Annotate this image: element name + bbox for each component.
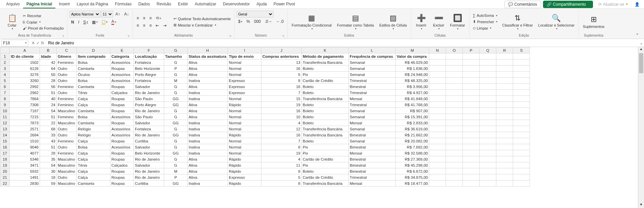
col-header-D[interactable]: D	[77, 47, 110, 53]
cell[interactable]: Transferência Bancária	[302, 126, 349, 132]
cell[interactable]: G	[164, 156, 188, 162]
menu-power-pivot[interactable]: Power Pivot	[270, 0, 298, 8]
col-header-J[interactable]: J	[261, 47, 302, 53]
cell[interactable]: 68	[40, 126, 57, 132]
cell[interactable]: Calça	[77, 102, 110, 108]
cell[interactable]: M	[164, 78, 188, 84]
cell[interactable]	[480, 53, 496, 59]
cell[interactable]: Gênero	[57, 53, 77, 59]
clear-button[interactable]: ◇ Limpar ▾	[472, 25, 499, 31]
cell[interactable]: Mensal	[349, 180, 396, 186]
cell[interactable]	[429, 72, 446, 78]
cell[interactable]	[496, 180, 513, 186]
format-painter-button[interactable]: 🖌 Pincel de Formatação	[21, 26, 65, 31]
cell[interactable]: Normal	[228, 96, 261, 102]
cell[interactable]	[429, 138, 446, 144]
cell[interactable]: Calçados	[110, 90, 134, 96]
cell[interactable]	[496, 102, 513, 108]
menu-arquivo[interactable]: Arquivo	[3, 0, 23, 8]
menu-página-inicial[interactable]: Página Inicial	[23, 0, 56, 8]
col-header-G[interactable]: G	[164, 47, 188, 53]
cell[interactable]: 5	[261, 72, 302, 78]
cell[interactable]	[429, 144, 446, 150]
cell[interactable]: 16	[261, 108, 302, 114]
cell[interactable]	[480, 84, 496, 90]
row-header[interactable]: 12	[0, 120, 10, 126]
currency-icon[interactable]: $▾	[237, 18, 244, 25]
cell[interactable]: Inativa	[188, 150, 228, 156]
cell[interactable]	[480, 174, 496, 180]
cell[interactable]: 2830	[10, 180, 40, 186]
cell[interactable]	[446, 72, 463, 78]
cell[interactable]: Salvador	[134, 84, 164, 90]
cell[interactable]	[463, 180, 480, 186]
cell[interactable]: Calça	[77, 150, 110, 156]
col-header-O[interactable]: O	[446, 47, 463, 53]
cell[interactable]: 8	[261, 180, 302, 186]
col-header-I[interactable]: I	[228, 47, 261, 53]
cell[interactable]: Masculino	[57, 162, 77, 168]
cell[interactable]	[446, 156, 463, 162]
row-header[interactable]: 15	[0, 138, 10, 144]
cell[interactable]: Porto Alegre	[134, 102, 164, 108]
cell[interactable]: Rápido	[228, 132, 261, 138]
cell[interactable]: Tamanho	[164, 53, 188, 59]
cell[interactable]: Normal	[228, 108, 261, 114]
cell[interactable]: R$ 907,00	[396, 108, 429, 114]
cell[interactable]: Masculino	[57, 180, 77, 186]
cell[interactable]	[429, 90, 446, 96]
cell[interactable]	[446, 144, 463, 150]
cell[interactable]: Trimestral	[349, 102, 396, 108]
cell[interactable]: GG	[164, 180, 188, 186]
decrease-font-icon[interactable]: A↓	[122, 11, 131, 17]
menu-automatizar[interactable]: Automatizar	[191, 0, 219, 8]
cell[interactable]: 4	[261, 120, 302, 126]
cell[interactable]	[429, 156, 446, 162]
cut-button[interactable]: ✂ Recortar	[21, 13, 65, 19]
cell[interactable]: Outro	[57, 126, 77, 132]
cell[interactable]: G	[164, 108, 188, 114]
scroll-down-icon[interactable]: ▼	[638, 203, 644, 208]
cell[interactable]: Pix	[302, 150, 349, 156]
menu-exibir[interactable]: Exibir	[175, 0, 191, 8]
menu-desenvolvedor[interactable]: Desenvolvedor	[219, 0, 253, 8]
fill-color-button[interactable]: ⬚▾	[100, 18, 109, 26]
cell[interactable]: Rápido	[228, 180, 261, 186]
find-select-button[interactable]: 🔍Localizar e Selecionar▾	[536, 12, 577, 32]
share-button[interactable]: 🔗 Compartilhamento ▾	[543, 1, 593, 8]
cell[interactable]: Normal	[228, 59, 261, 66]
cell[interactable]: Normal	[228, 144, 261, 150]
percent-icon[interactable]: %	[245, 18, 252, 25]
accept-formula-icon[interactable]: ✓	[36, 41, 40, 45]
cell[interactable]	[446, 84, 463, 90]
cell[interactable]: 35	[40, 156, 57, 162]
cell[interactable]: Método de pagamento	[302, 53, 349, 59]
cell[interactable]: Transferência Bancária	[302, 96, 349, 102]
cell[interactable]	[429, 174, 446, 180]
cell[interactable]: Camiseta	[77, 108, 110, 114]
cell[interactable]: Outro	[57, 72, 77, 78]
cell[interactable]: 1502	[10, 59, 40, 66]
cell[interactable]: 56	[40, 84, 57, 90]
cell[interactable]	[446, 150, 463, 156]
cell[interactable]	[463, 53, 480, 59]
cell[interactable]: Semanal	[349, 59, 396, 66]
cell[interactable]	[446, 78, 463, 84]
cell[interactable]	[513, 108, 530, 114]
cell[interactable]: 6126	[10, 66, 40, 72]
cell[interactable]: 1491	[10, 174, 40, 180]
cell[interactable]: Categoria	[110, 53, 134, 59]
cell[interactable]: Idade	[40, 53, 57, 59]
cell[interactable]: 8	[261, 144, 302, 150]
cell[interactable]: G	[164, 59, 188, 66]
cell[interactable]: Bimestral	[349, 144, 396, 150]
row-header[interactable]: 6	[0, 84, 10, 90]
cell[interactable]: Masculino	[57, 156, 77, 162]
italic-button[interactable]: I	[77, 19, 81, 26]
cell[interactable]: Bimestral	[349, 132, 396, 138]
cell[interactable]	[513, 144, 530, 150]
cell[interactable]: R$ 41.768,00	[396, 102, 429, 108]
cell[interactable]: Fortaleza	[134, 126, 164, 132]
cell[interactable]: Boleto	[302, 114, 349, 120]
cell[interactable]: Inativa	[188, 90, 228, 96]
